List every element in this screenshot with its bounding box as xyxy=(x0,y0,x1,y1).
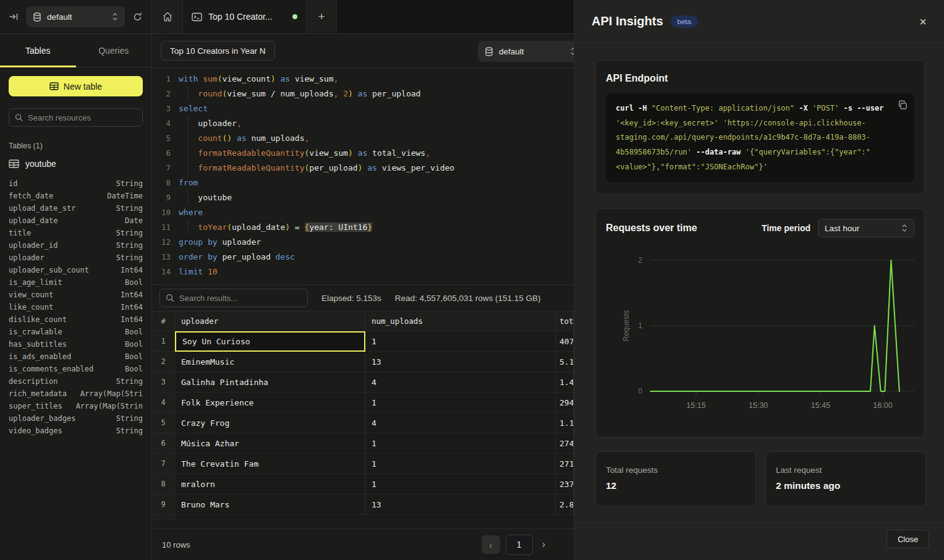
table-row: 2EminemMusic135.1 xyxy=(152,352,574,372)
uploader-cell[interactable]: Galinha Pintadinha xyxy=(175,372,365,392)
schema-column-type: Array(Map(Stri xyxy=(80,388,143,400)
sql-line[interactable]: 10where xyxy=(152,205,574,219)
schema-column: fetch_dateDateTime xyxy=(9,190,143,202)
home-button[interactable] xyxy=(152,0,183,33)
query-tab[interactable]: Top 10 Creator... xyxy=(183,0,307,33)
num-uploads-cell[interactable]: 1 xyxy=(365,454,556,474)
uploader-cell[interactable]: Bruno Mars xyxy=(175,494,365,515)
new-tab-button[interactable]: + xyxy=(307,0,337,33)
uploader-cell[interactable]: Folk Experience xyxy=(175,392,365,413)
total-views-cell[interactable]: 271 xyxy=(556,454,574,474)
time-period-select[interactable]: Last hour xyxy=(818,219,914,237)
sql-line[interactable]: 13order by per_upload desc xyxy=(152,249,574,264)
row-index-cell[interactable]: 7 xyxy=(152,454,175,474)
results-search-input[interactable] xyxy=(179,294,302,303)
uploader-cell[interactable]: mralorn xyxy=(175,474,365,494)
sql-line[interactable]: 12group by uploader xyxy=(152,234,574,249)
total-views-cell[interactable]: 1.1 xyxy=(556,413,574,433)
table-name: youtube xyxy=(25,159,56,169)
total-views-cell[interactable]: 407 xyxy=(556,331,574,352)
collapse-sidebar-icon[interactable] xyxy=(9,12,19,22)
sql-line[interactable]: 5 count() as num_uploads, xyxy=(152,130,574,145)
uploader-cell[interactable]: EminemMusic xyxy=(175,352,365,372)
prev-page-button[interactable]: ‹ xyxy=(482,535,500,554)
sql-line[interactable]: 1with sum(view_count) as view_sum, xyxy=(152,71,574,86)
tab-tables[interactable]: Tables xyxy=(0,34,76,67)
total-views-cell[interactable]: 5.1 xyxy=(556,352,574,372)
query-title-button[interactable]: Top 10 Creators in Year N xyxy=(161,41,275,61)
row-index-cell[interactable]: 5 xyxy=(152,413,175,433)
num-uploads-cell[interactable]: 1 xyxy=(365,331,556,352)
total-views-cell[interactable]: 1.4 xyxy=(556,372,574,392)
col-header-uploader[interactable]: uploader xyxy=(175,311,365,331)
close-icon[interactable]: × xyxy=(919,15,927,28)
last-request-label: Last request xyxy=(776,465,916,475)
num-uploads-cell[interactable]: 1 xyxy=(365,392,556,413)
schema-column: is_comments_enabledBool xyxy=(9,363,143,375)
sql-line[interactable]: 7 formatReadableQuantity(per_upload) as … xyxy=(152,160,574,175)
sidebar-search-input[interactable] xyxy=(28,113,137,122)
col-header-total[interactable]: tot xyxy=(556,311,574,331)
total-views-cell[interactable]: 237 xyxy=(556,474,574,494)
table-row: 3Galinha Pintadinha41.4 xyxy=(152,372,574,392)
num-uploads-cell[interactable]: 4 xyxy=(365,372,556,392)
total-views-cell[interactable]: 294 xyxy=(556,392,574,413)
row-index-cell[interactable]: 1 xyxy=(152,331,175,352)
schema-column-type: Array(Map(Strin xyxy=(76,400,143,412)
sql-line[interactable]: 2 round(view_sum / num_uploads, 2) as pe… xyxy=(152,86,574,101)
sidebar-search[interactable] xyxy=(9,108,143,127)
sql-line[interactable]: 14limit 10 xyxy=(152,264,574,279)
tables-count-label: Tables (1) xyxy=(9,142,143,150)
row-index-cell[interactable]: 2 xyxy=(152,352,175,372)
col-header-index[interactable]: # xyxy=(152,311,175,331)
refresh-icon[interactable] xyxy=(132,12,143,22)
close-button[interactable]: Close xyxy=(887,530,929,548)
sql-line[interactable]: 6 formatReadableQuantity(view_sum) as to… xyxy=(152,145,574,160)
row-index-cell[interactable]: 4 xyxy=(152,392,175,413)
time-period-value: Last hour xyxy=(825,224,859,233)
results-search[interactable] xyxy=(159,289,308,307)
panel-footer-divider xyxy=(574,522,944,523)
row-index-cell[interactable]: 9 xyxy=(152,494,175,515)
api-endpoint-card: API Endpoint curl -H "Content-Type: appl… xyxy=(595,60,925,195)
requests-chart: 21015:1515:3015:4516:00Requests xyxy=(619,243,925,414)
sidebar-item-youtube-table[interactable]: youtube xyxy=(9,159,143,169)
row-index-cell[interactable]: 6 xyxy=(152,433,175,454)
total-requests-card: Total requests 12 xyxy=(595,451,756,507)
sql-line[interactable]: 11 toYear(upload_date) = {year: UInt16} xyxy=(152,219,574,234)
row-index-cell[interactable]: 3 xyxy=(152,372,175,392)
num-uploads-cell[interactable]: 4 xyxy=(365,413,556,433)
uploader-cell[interactable]: Crazy Frog xyxy=(175,413,365,433)
sql-line[interactable]: 9 youtube xyxy=(152,190,574,205)
sql-editor[interactable]: 1with sum(view_count) as view_sum,2 roun… xyxy=(152,68,574,285)
schema-column-type: Bool xyxy=(125,326,143,338)
query-database-value: default xyxy=(499,47,564,56)
new-table-button[interactable]: New table xyxy=(9,76,143,96)
row-index-cell[interactable]: 8 xyxy=(152,474,175,494)
total-views-cell[interactable]: 2.8 xyxy=(556,494,574,515)
num-uploads-cell[interactable]: 1 xyxy=(365,474,556,494)
current-page[interactable]: 1 xyxy=(506,535,533,555)
uploader-cell[interactable]: The Crevatin Fam xyxy=(175,454,365,474)
sidebar-tabs: Tables Queries xyxy=(0,34,151,67)
sql-line[interactable]: 3select xyxy=(152,101,574,116)
sql-line[interactable]: 4 uploader, xyxy=(152,116,574,130)
panel-header: API Insights beta × xyxy=(574,0,944,43)
results-table-header: # uploader num_uploads tot xyxy=(152,311,574,331)
query-database-selector[interactable]: default xyxy=(478,41,574,62)
total-views-cell[interactable]: 274 xyxy=(556,433,574,454)
uploader-cell[interactable]: Música Azhar xyxy=(175,433,365,454)
num-uploads-cell[interactable]: 1 xyxy=(365,433,556,454)
copy-icon[interactable] xyxy=(898,100,908,110)
col-header-num-uploads[interactable]: num_uploads xyxy=(365,311,556,331)
num-uploads-cell[interactable]: 13 xyxy=(365,352,556,372)
tab-queries[interactable]: Queries xyxy=(76,34,152,67)
uploader-cell[interactable]: Soy Un Curioso xyxy=(175,331,365,352)
sidebar: default Tables Queries New table Tables … xyxy=(0,0,152,560)
line-number: 1 xyxy=(152,74,171,83)
sql-line[interactable]: 8from xyxy=(152,175,574,190)
num-uploads-cell[interactable]: 13 xyxy=(365,494,556,515)
schema-column-name: rich_metadata xyxy=(9,388,67,400)
database-selector[interactable]: default xyxy=(26,6,125,27)
next-page-button[interactable]: › xyxy=(538,539,549,550)
